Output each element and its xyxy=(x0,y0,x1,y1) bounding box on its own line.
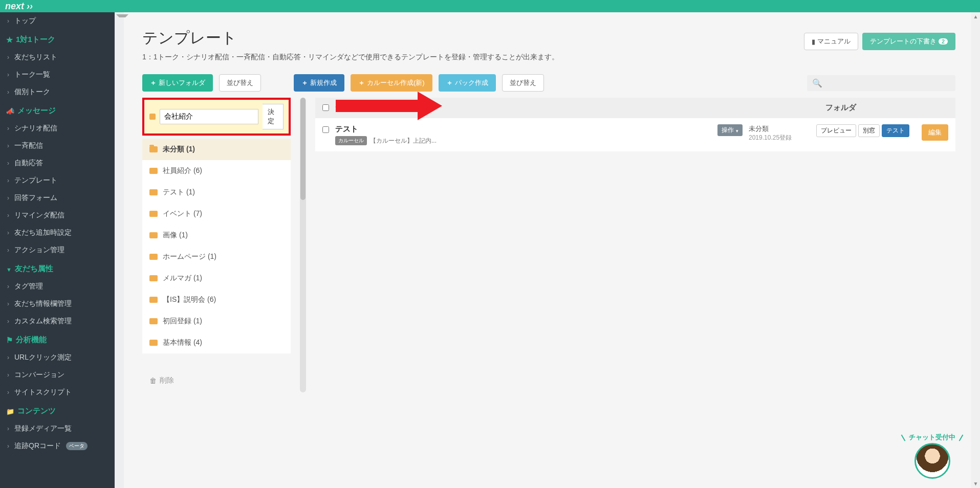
col-folder: フォルダ xyxy=(825,103,948,113)
flag-icon xyxy=(6,336,13,345)
scroll-up-icon[interactable]: ▲ xyxy=(971,12,980,21)
sidebar-item-top[interactable]: トップ xyxy=(0,12,115,30)
search-icon xyxy=(812,79,822,87)
sidebar-item-conversion[interactable]: コンバージョン xyxy=(0,366,115,384)
sidebar-item-info[interactable]: 友だち情報欄管理 xyxy=(0,295,115,313)
plus-icon xyxy=(446,78,453,87)
scroll-down-icon[interactable]: ▼ xyxy=(971,479,980,488)
sidebar-item-friend-list[interactable]: 友だちリスト xyxy=(0,49,115,66)
sidebar-item-talk-list[interactable]: トーク一覧 xyxy=(0,66,115,83)
sidebar-item-reminder[interactable]: リマインダ配信 xyxy=(0,207,115,224)
caret-down-icon xyxy=(736,127,738,134)
annotation-arrow xyxy=(336,95,453,117)
folder-item[interactable]: メルマガ (1) xyxy=(142,268,291,289)
sidebar-section-message[interactable]: メッセージ xyxy=(0,101,115,120)
sidebar-section-1on1[interactable]: 1対1トーク xyxy=(0,30,115,49)
row-folder: 未分類 xyxy=(749,124,810,134)
folder-item[interactable]: 初回登録 (1) xyxy=(142,310,291,332)
carousel-create-button[interactable]: カルーセル作成(新) xyxy=(351,74,432,92)
content: マニュアル テンプレートの下書き2 テンプレート 1：1トーク・シナリオ配信・一… xyxy=(124,12,980,488)
sidebar-item-url-click[interactable]: URLクリック測定 xyxy=(0,349,115,366)
sidebar-item-individual-talk[interactable]: 個別トーク xyxy=(0,83,115,101)
template-panel: テン フォルダ テスト カルーセル 【カルーセル】上記内... xyxy=(315,98,955,151)
topbar: next ›› xyxy=(0,0,980,12)
new-folder-button[interactable]: 新しいフォルダ xyxy=(142,74,213,92)
logo: next ›› xyxy=(5,1,33,12)
template-subtitle: 【カルーセル】上記内... xyxy=(370,137,437,145)
sidebar-item-form[interactable]: 回答フォーム xyxy=(0,189,115,207)
sidebar: トップ 1対1トーク 友だちリスト トーク一覧 個別トーク メッセージ シナリオ… xyxy=(0,12,115,488)
plus-icon xyxy=(301,78,308,87)
sidebar-section-contents[interactable]: コンテンツ xyxy=(0,401,115,420)
plus-icon xyxy=(150,78,157,87)
pack-create-button[interactable]: パック作成 xyxy=(439,74,496,92)
sidebar-item-action[interactable]: アクション管理 xyxy=(0,241,115,259)
sidebar-item-tag[interactable]: タグ管理 xyxy=(0,278,115,295)
folder-icon xyxy=(149,232,158,238)
delete-button[interactable]: 削除 xyxy=(142,369,291,392)
draft-button[interactable]: テンプレートの下書き2 xyxy=(862,33,955,50)
folder-icon xyxy=(149,340,158,346)
draft-count: 2 xyxy=(939,38,948,45)
folder-icon xyxy=(149,168,158,174)
chat-avatar xyxy=(914,443,950,479)
beta-badge: ベータ xyxy=(66,442,88,450)
folder-item[interactable]: テスト (1) xyxy=(142,182,291,203)
new-folder-row: 決定 xyxy=(142,98,291,136)
folder-item[interactable]: 【IS】説明会 (6) xyxy=(142,289,291,310)
new-folder-input[interactable] xyxy=(160,109,258,124)
content-scrollbar[interactable]: ▲ ▼ xyxy=(971,12,980,488)
folder-item[interactable]: 社員紹介 (6) xyxy=(142,160,291,182)
folder-icon xyxy=(149,297,158,303)
folder-icon xyxy=(149,211,158,217)
confirm-button[interactable]: 決定 xyxy=(263,104,284,129)
filter-icon xyxy=(6,264,12,273)
folder-scrollbar[interactable] xyxy=(300,98,306,392)
edit-button[interactable]: 編集 xyxy=(922,124,948,141)
bullhorn-icon xyxy=(6,106,14,115)
sidebar-section-attributes[interactable]: 友だち属性 xyxy=(0,259,115,278)
sidebar-item-site-script[interactable]: サイトスクリプト xyxy=(0,384,115,401)
new-window-button[interactable]: 別窓 xyxy=(858,124,880,137)
search-box[interactable] xyxy=(807,75,955,91)
sidebar-item-custom-search[interactable]: カスタム検索管理 xyxy=(0,313,115,330)
folder-icon xyxy=(149,254,158,260)
folder-icon xyxy=(149,114,156,120)
template-name: テスト xyxy=(335,124,711,134)
sidebar-scrollbar[interactable] xyxy=(115,12,124,488)
template-tag: カルーセル xyxy=(335,136,367,145)
row-date: 2019.10.25登録 xyxy=(749,134,810,142)
template-header: テン フォルダ xyxy=(315,98,955,118)
row-checkbox[interactable] xyxy=(322,126,329,133)
folder-open-icon xyxy=(149,146,158,152)
star-icon xyxy=(6,35,13,45)
folder-item[interactable]: 画像 (1) xyxy=(142,225,291,246)
ops-button[interactable]: 操作 xyxy=(717,124,743,136)
test-button[interactable]: テスト xyxy=(882,124,909,137)
chat-widget[interactable]: チャット受付中 xyxy=(898,433,967,479)
folder-item[interactable]: ホームページ (1) xyxy=(142,246,291,268)
toolbar: 新しいフォルダ 並び替え 新規作成 カルーセル作成(新) パック作成 並び替え xyxy=(142,74,955,92)
folder-panel: 決定 未分類 (1) 社員紹介 (6) テスト (1) イベント (7) 画像 … xyxy=(142,98,291,392)
folder-item-uncategorized[interactable]: 未分類 (1) xyxy=(142,139,291,160)
sidebar-item-scenario[interactable]: シナリオ配信 xyxy=(0,120,115,137)
sidebar-item-broadcast[interactable]: 一斉配信 xyxy=(0,137,115,154)
sidebar-section-analytics[interactable]: 分析機能 xyxy=(0,330,115,349)
chat-label: チャット受付中 xyxy=(898,433,967,442)
select-all-checkbox[interactable] xyxy=(322,104,329,111)
folder-item[interactable]: 基本情報 (4) xyxy=(142,332,291,353)
sidebar-item-autoreply[interactable]: 自動応答 xyxy=(0,154,115,172)
folder-icon xyxy=(149,189,158,195)
sidebar-item-qr[interactable]: 追跡QRコードベータ xyxy=(0,437,115,455)
sort-button-1[interactable]: 並び替え xyxy=(219,74,261,92)
sidebar-item-media[interactable]: 登録メディア一覧 xyxy=(0,420,115,437)
sort-button-2[interactable]: 並び替え xyxy=(502,74,544,92)
manual-button[interactable]: マニュアル xyxy=(804,33,858,50)
sidebar-item-on-add[interactable]: 友だち追加時設定 xyxy=(0,224,115,241)
new-create-button[interactable]: 新規作成 xyxy=(294,74,344,92)
folder-item[interactable]: イベント (7) xyxy=(142,203,291,225)
page-description: 1：1トーク・シナリオ配信・一斉配信・自動応答・リマインダなどで使用できるテンプ… xyxy=(142,53,955,62)
sidebar-item-template[interactable]: テンプレート xyxy=(0,172,115,189)
preview-button[interactable]: プレビュー xyxy=(816,124,856,137)
folder-icon xyxy=(149,318,158,324)
